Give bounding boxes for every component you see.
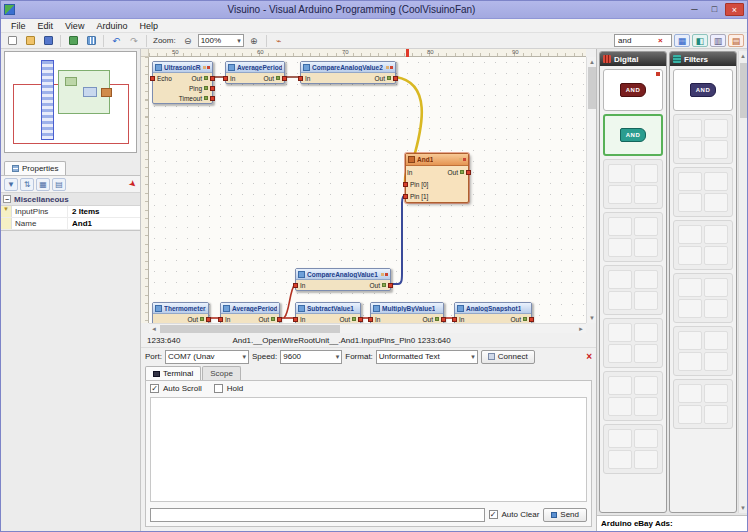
zoom-out-button[interactable]: ⊖ — [180, 34, 196, 47]
component-ultrasonicranger1[interactable]: UltrasonicRanger1 Echo Out Ping Timeout — [152, 61, 213, 104]
scroll-down-icon[interactable]: ▼ — [739, 503, 747, 513]
pin-ping[interactable] — [210, 86, 215, 91]
pin-out[interactable] — [210, 76, 215, 81]
wire-mode-button[interactable]: ⌁ — [271, 34, 287, 47]
filter-digital-button[interactable]: ▦ — [674, 34, 690, 47]
palette-tile-and-indigo[interactable]: AND — [673, 69, 733, 111]
grid-toggle-button[interactable] — [83, 34, 99, 47]
terminal-send-input[interactable] — [150, 508, 485, 522]
wire-avgperiod1-compare1[interactable] — [284, 284, 295, 318]
pin-in[interactable] — [223, 76, 228, 81]
minimize-button[interactable]: ─ — [685, 3, 704, 16]
component-buttons[interactable] — [386, 66, 393, 69]
component-thermometer1[interactable]: Thermometer1 Out — [152, 302, 209, 323]
component-buttons[interactable] — [203, 66, 210, 69]
pin-in[interactable] — [293, 317, 298, 322]
save-button[interactable] — [40, 34, 56, 47]
property-value[interactable]: 2 Items — [68, 206, 140, 217]
board-button[interactable] — [65, 34, 81, 47]
canvas-vertical-scrollbar[interactable]: ▲ ▼ — [586, 57, 596, 323]
scroll-down-icon[interactable]: ▼ — [588, 313, 596, 323]
component-and1[interactable]: And1 In Out Pin [0] Pin [1] — [405, 153, 469, 203]
pin-out[interactable] — [277, 317, 282, 322]
clear-search-icon[interactable]: × — [658, 37, 663, 45]
pin-out[interactable] — [282, 76, 287, 81]
scrollbar-thumb[interactable] — [740, 63, 747, 118]
menu-view[interactable]: View — [59, 21, 90, 31]
property-value[interactable]: And1 — [68, 218, 140, 229]
pin-1[interactable] — [403, 194, 408, 199]
palette-tile[interactable] — [603, 318, 663, 368]
send-button[interactable]: Send — [543, 508, 587, 522]
component-analogsnapshot1[interactable]: AnalogSnapshot1 In Out — [454, 302, 532, 323]
pin-out[interactable] — [388, 283, 393, 288]
pin-0[interactable] — [403, 182, 408, 187]
pin-echo[interactable] — [150, 76, 155, 81]
component-multiplybyvalue1[interactable]: MultiplyByValue1 In Out — [370, 302, 444, 323]
palette-scrollbar[interactable]: ▲ ▼ — [738, 51, 747, 513]
pin-timeout[interactable] — [210, 96, 215, 101]
pin-out[interactable] — [393, 76, 398, 81]
filter-analog-button[interactable]: ◧ — [692, 34, 708, 47]
tab-scope[interactable]: Scope — [202, 366, 241, 380]
palette-tile[interactable] — [673, 220, 733, 270]
palette-tile[interactable] — [603, 371, 663, 421]
categorize-button[interactable]: ▼ — [4, 178, 18, 191]
pin-in[interactable] — [293, 283, 298, 288]
pin-in[interactable] — [368, 317, 373, 322]
format-select[interactable]: Unformatted Text▾ — [376, 350, 478, 364]
pin-out[interactable] — [358, 317, 363, 322]
palette-tile[interactable] — [673, 326, 733, 376]
palette-tile-and-dark[interactable]: AND — [603, 69, 663, 111]
component-compareanalogvalue1[interactable]: CompareAnalogValue1 In Out — [295, 268, 391, 291]
category-miscellaneous[interactable]: − Miscellaneous — [1, 193, 140, 206]
palette-tile[interactable] — [603, 212, 663, 262]
wire-compare1-and1-pin1[interactable] — [391, 195, 406, 284]
close-button[interactable]: × — [725, 3, 744, 16]
zoom-select[interactable]: 100%▾ — [198, 34, 244, 47]
component-averageperiod1[interactable]: AveragePeriod1 In Out — [220, 302, 280, 323]
pin-in[interactable] — [298, 76, 303, 81]
component-compareanalogvalue2[interactable]: CompareAnalogValue2 In Out — [300, 61, 396, 84]
tab-terminal[interactable]: Terminal — [145, 366, 201, 380]
menu-arduino[interactable]: Arduino — [90, 21, 133, 31]
palette-tile[interactable] — [673, 273, 733, 323]
open-file-button[interactable] — [22, 34, 38, 47]
auto-scroll-checkbox[interactable]: ✓ — [150, 384, 159, 393]
palette-tile[interactable] — [603, 424, 663, 474]
pin-in[interactable] — [452, 317, 457, 322]
palette-tile[interactable] — [603, 159, 663, 209]
design-canvas[interactable]: UltrasonicRanger1 Echo Out Ping Timeout … — [149, 57, 588, 323]
hold-checkbox[interactable] — [214, 384, 223, 393]
pin-out[interactable] — [466, 170, 471, 175]
auto-clear-checkbox[interactable]: ✓ — [489, 510, 498, 519]
palette-header-digital[interactable]: Digital — [600, 52, 666, 66]
component-buttons[interactable] — [381, 273, 388, 276]
component-buttons[interactable] — [459, 158, 466, 161]
sort-button[interactable]: ⇅ — [20, 178, 34, 191]
redo-button[interactable]: ↷ — [126, 34, 142, 47]
port-select[interactable]: COM7 (Unav▾ — [165, 350, 249, 364]
component-subtractvalue1[interactable]: SubtractValue1 In Out — [295, 302, 361, 323]
collapse-icon[interactable]: − — [3, 195, 11, 203]
menu-edit[interactable]: Edit — [32, 21, 60, 31]
tab-properties[interactable]: Properties — [4, 161, 66, 175]
pin-panel-icon[interactable]: ➤ — [127, 178, 139, 191]
component-averageperiod2[interactable]: AveragePeriod2 In Out — [225, 61, 285, 84]
new-file-button[interactable] — [4, 34, 20, 47]
palette-tile-and-selected[interactable]: AND — [603, 114, 663, 156]
expand-button[interactable]: ▤ — [52, 178, 66, 191]
maximize-button[interactable]: □ — [705, 3, 724, 16]
canvas-horizontal-scrollbar[interactable]: ◄ ► — [149, 323, 586, 333]
palette-tile[interactable] — [673, 379, 733, 429]
connect-button[interactable]: Connect — [481, 350, 535, 364]
pin-in[interactable] — [218, 317, 223, 322]
scrollbar-thumb[interactable] — [160, 325, 340, 333]
palette-tile[interactable] — [603, 265, 663, 315]
palette-view-button[interactable]: ▥ — [710, 34, 726, 47]
group-button[interactable]: ▦ — [36, 178, 50, 191]
speed-select[interactable]: 9600▾ — [280, 350, 342, 364]
undo-button[interactable]: ↶ — [108, 34, 124, 47]
menu-file[interactable]: File — [5, 21, 32, 31]
scroll-up-icon[interactable]: ▲ — [739, 51, 747, 61]
